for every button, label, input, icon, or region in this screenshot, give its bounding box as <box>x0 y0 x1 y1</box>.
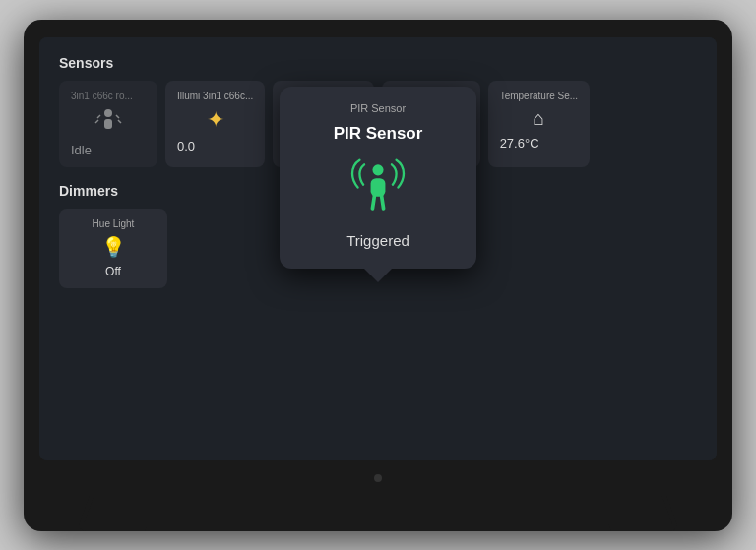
sun-icon-2: ✦ <box>177 107 253 133</box>
pir-person-icon <box>348 153 408 222</box>
svg-line-3 <box>116 115 119 118</box>
sensor-card-2[interactable]: Illumi 3in1 c66c... ✦ 0.0 <box>165 81 265 167</box>
screen-content: Sensors 3in1 c66c ro... <box>39 37 717 460</box>
sensor-card-5-value: 27.6°C <box>500 136 539 151</box>
sensor-card-5-title: Temperature Se... <box>500 91 578 101</box>
svg-rect-1 <box>104 119 112 129</box>
sensor-card-1-title: 3in1 c66c ro... <box>71 91 133 101</box>
pir-popup-title: PIR Sensor <box>334 124 423 144</box>
tv-feet <box>24 496 732 531</box>
svg-line-9 <box>382 197 384 209</box>
svg-point-6 <box>372 164 383 175</box>
home-icon-5: ⌂ <box>500 107 578 130</box>
pir-popup[interactable]: PIR Sensor PIR Sensor <box>280 87 476 269</box>
svg-point-0 <box>104 109 112 117</box>
bulb-icon: 💡 <box>101 235 126 259</box>
sensor-card-1[interactable]: 3in1 c66c ro... Idle <box>59 81 158 167</box>
tv-body: Sensors 3in1 c66c ro... <box>24 20 732 531</box>
dimmer-card-1[interactable]: Hue Light 💡 Off <box>59 209 167 288</box>
svg-line-4 <box>95 120 98 123</box>
dimmer-card-1-title: Hue Light <box>93 218 135 229</box>
pir-popup-label: PIR Sensor <box>350 102 406 114</box>
svg-rect-7 <box>371 178 386 197</box>
sensor-card-1-value: Idle <box>71 143 92 157</box>
dimmer-card-1-value: Off <box>105 265 121 278</box>
pir-icon <box>71 107 146 137</box>
tv-foot-left <box>76 496 158 531</box>
sensor-card-2-title: Illumi 3in1 c66c... <box>177 91 253 101</box>
tv-foot-right <box>598 496 679 531</box>
svg-line-2 <box>97 115 100 118</box>
sensors-title: Sensors <box>59 55 697 71</box>
tv-screen: Sensors 3in1 c66c ro... <box>39 37 717 460</box>
svg-line-8 <box>372 197 374 209</box>
pir-popup-status: Triggered <box>346 232 410 249</box>
sensor-card-2-value: 0.0 <box>177 139 195 153</box>
svg-line-5 <box>118 120 121 123</box>
tv-power-indicator <box>374 474 382 482</box>
tv-bezel-bottom <box>24 460 732 496</box>
sensor-card-5[interactable]: Temperature Se... ⌂ 27.6°C <box>488 81 590 167</box>
